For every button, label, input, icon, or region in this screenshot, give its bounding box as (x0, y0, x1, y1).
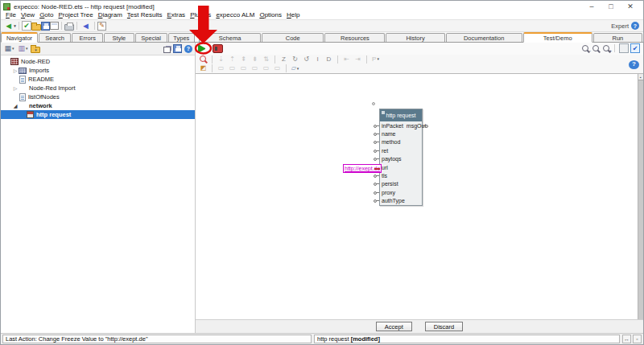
expander-icon[interactable]: ▷ (12, 85, 19, 91)
input-pin-authtype[interactable]: authType (380, 198, 407, 203)
input-pin-tls[interactable]: tls (380, 173, 389, 179)
save-view-icon[interactable] (173, 44, 182, 53)
tree-item-node-red-import[interactable]: ▷Node-Red Import (1, 84, 195, 92)
tab-code[interactable]: Code (262, 33, 324, 42)
pin-menu-icon[interactable]: P▾ (370, 55, 381, 64)
tree-item-listofnodes[interactable]: listOfNodes (1, 92, 195, 101)
input-pin-proxy[interactable]: proxy (380, 190, 397, 195)
vertical-scrollbar[interactable]: ▪ (638, 74, 643, 319)
tab-test-demo[interactable]: Test/Demo (523, 32, 592, 43)
run-button[interactable] (198, 44, 208, 53)
scrollbar-corner-icon[interactable]: ▪ (638, 74, 643, 80)
undo-icon[interactable]: ◄ (80, 21, 92, 31)
close-button[interactable]: ✕ (621, 2, 640, 11)
menu-help[interactable]: Help (284, 11, 302, 19)
align-left-icon[interactable]: ⇤ (341, 55, 352, 64)
tab-style[interactable]: Style (104, 33, 134, 42)
menu-test-results[interactable]: Test Results (125, 11, 165, 19)
window-layout-icon-2[interactable]: ▭ (227, 64, 237, 73)
tab-types[interactable]: Types (168, 33, 195, 42)
menu-view[interactable]: View (19, 11, 37, 19)
duplicate-icon[interactable]: D (324, 55, 334, 64)
zoom-fit-icon[interactable] (591, 44, 601, 53)
input-pin-name[interactable]: name (380, 131, 398, 137)
folder-menu-icon[interactable]: ▾ (31, 47, 40, 53)
input-pin-ret[interactable]: ret (380, 148, 390, 154)
help-icon[interactable]: ? (184, 45, 192, 53)
menu-project-tree[interactable]: Project Tree (56, 11, 95, 19)
tree-item-http-request[interactable]: http request (1, 110, 195, 119)
discard-button[interactable]: Discard (425, 322, 463, 331)
page-up-icon[interactable]: ⇞ (238, 55, 249, 64)
zoom-in-icon[interactable]: + (601, 44, 612, 53)
tab-schema[interactable]: Schema (199, 33, 261, 42)
tab-documentation[interactable]: Documentation (446, 33, 522, 42)
help-icon[interactable]: ? (631, 22, 639, 30)
tab-special[interactable]: Special (135, 33, 167, 42)
tree-item-node-red[interactable]: Node-RED (1, 57, 195, 66)
layout-toggle[interactable] (619, 43, 629, 53)
window-layout-icon-1[interactable]: ▭ (216, 64, 226, 73)
minimize-button[interactable]: – (582, 2, 601, 11)
snap-toggle[interactable]: ✔ (630, 43, 640, 53)
page-down-icon[interactable]: ⇟ (250, 55, 260, 64)
tree-item-readme[interactable]: README (1, 75, 195, 84)
menu-extras[interactable]: Extras (164, 11, 188, 19)
tab-errors[interactable]: Errors (72, 33, 103, 42)
tab-resources[interactable]: Resources (324, 33, 385, 42)
swap-icon[interactable]: ⇅ (261, 55, 271, 64)
diagram-canvas[interactable]: http request inPacketmsgOutnamemethodret… (196, 73, 643, 319)
window-layout-icon-4[interactable]: ▭ (250, 64, 260, 73)
window-layout-icon-6[interactable]: ▭ (272, 64, 283, 73)
rotate-ccw-icon[interactable]: ↺ (301, 55, 312, 64)
history-back-icon[interactable]: ◄▾ (4, 21, 16, 31)
insert-icon[interactable]: I (312, 55, 323, 64)
print-icon[interactable] (64, 24, 74, 31)
tab-navigator[interactable]: Navigator (1, 32, 38, 43)
menu-options[interactable]: Options (257, 11, 284, 19)
menu-goto[interactable]: Goto (37, 11, 56, 19)
output-pin-msgout[interactable]: msgOut (405, 123, 428, 129)
input-pin-persist[interactable]: persist (380, 181, 400, 187)
step-down-icon[interactable]: ⇣ (216, 55, 226, 64)
step-up-icon[interactable]: ⇡ (227, 55, 237, 64)
input-pin-method[interactable]: method (380, 139, 402, 145)
window-layout-icon-3[interactable]: ▭ (238, 64, 249, 73)
accept-item-icon[interactable]: ✔ (22, 21, 31, 31)
sort-icon[interactable]: Z (279, 55, 289, 64)
menu-expecco-alm[interactable]: expecco ALM (213, 11, 257, 19)
window-layout-icon-5[interactable]: ▭ (261, 64, 271, 73)
new-window-icon[interactable] (50, 22, 59, 30)
expander-icon[interactable]: ◢ (12, 103, 19, 109)
rotate-cw-icon[interactable]: ↻ (290, 55, 300, 64)
save-icon[interactable] (41, 22, 50, 31)
view-mode-menu-icon[interactable]: ▦▾ (3, 43, 15, 54)
columns-menu-icon[interactable]: ▥▾ (17, 43, 29, 54)
align-right-icon[interactable]: ⇥ (353, 55, 363, 64)
zoom-view-icon[interactable] (198, 55, 208, 64)
tree-item-network[interactable]: ◢network (1, 101, 195, 110)
debug-icon[interactable] (213, 44, 223, 53)
menu-file[interactable]: File (3, 11, 19, 19)
connector-menu-icon[interactable]: ▱▾ (290, 64, 300, 73)
accept-button[interactable]: Accept (376, 322, 412, 331)
tab-history[interactable]: History (386, 33, 444, 42)
tab-run[interactable]: Run (593, 33, 642, 42)
expander-icon[interactable]: ▷ (12, 68, 19, 73)
menu-plugins[interactable]: Plugins (188, 11, 213, 19)
detach-window-icon[interactable] (163, 47, 171, 53)
tab-search[interactable]: Search (39, 33, 71, 42)
show-palette-icon[interactable]: ◩ (198, 64, 208, 73)
menu-diagram[interactable]: Diagram (96, 11, 125, 19)
open-folder-icon[interactable] (31, 24, 41, 31)
tree-item-imports[interactable]: ▷Imports (1, 66, 195, 75)
zoom-out-icon[interactable]: - (580, 44, 591, 53)
maximize-button[interactable]: □ (601, 2, 621, 11)
edit-settings-icon[interactable]: ✎ (97, 22, 106, 31)
input-pin-paytoqs[interactable]: paytoqs (380, 156, 403, 162)
input-pin-inpacket[interactable]: inPacket (380, 123, 405, 129)
grip-icon[interactable]: ▫ (633, 335, 642, 343)
resize-horizontal-icon[interactable]: ↔ (622, 335, 631, 343)
node-header[interactable]: http request (380, 109, 422, 121)
http-request-node[interactable]: http request inPacketmsgOutnamemethodret… (379, 109, 423, 206)
